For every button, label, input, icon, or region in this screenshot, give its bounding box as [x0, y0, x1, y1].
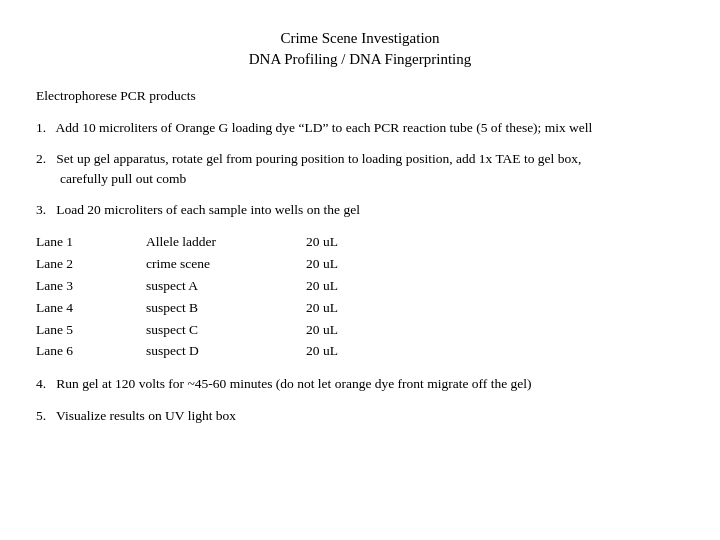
step-2: 2. Set up gel apparatus, rotate gel from…	[36, 149, 684, 188]
step-2-text: Set up gel apparatus, rotate gel from po…	[56, 151, 581, 166]
step-1-number: 1.	[36, 120, 46, 135]
step-4-text: Run gel at 120 volts for ~45-60 minutes …	[56, 376, 531, 391]
lane-volume: 20 uL	[306, 298, 386, 319]
title-line-1: Crime Scene Investigation	[36, 28, 684, 49]
title-block: Crime Scene Investigation DNA Profiling …	[36, 28, 684, 70]
step-5: 5. Visualize results on UV light box	[36, 406, 684, 426]
lane-sample: suspect C	[146, 320, 306, 341]
lanes-table: Lane 1Allele ladder20 uLLane 2crime scen…	[36, 232, 684, 363]
lane-volume: 20 uL	[306, 276, 386, 297]
lanes-section: Lane 1Allele ladder20 uLLane 2crime scen…	[36, 232, 684, 363]
lane-sample: suspect D	[146, 341, 306, 362]
step-2-number: 2.	[36, 151, 46, 166]
step-2-continuation: carefully pull out comb	[36, 171, 186, 186]
intro-text: Electrophorese PCR products	[36, 86, 684, 106]
lane-volume: 20 uL	[306, 320, 386, 341]
lane-label: Lane 4	[36, 298, 146, 319]
step-5-number: 5.	[36, 408, 46, 423]
lane-label: Lane 3	[36, 276, 146, 297]
lane-label: Lane 6	[36, 341, 146, 362]
page: Crime Scene Investigation DNA Profiling …	[0, 0, 720, 540]
lane-volume: 20 uL	[306, 254, 386, 275]
step-5-text: Visualize results on UV light box	[56, 408, 236, 423]
lane-label: Lane 2	[36, 254, 146, 275]
lane-sample: Allele ladder	[146, 232, 306, 253]
lane-sample: suspect B	[146, 298, 306, 319]
step-4: 4. Run gel at 120 volts for ~45-60 minut…	[36, 374, 684, 394]
step-3-number: 3.	[36, 202, 46, 217]
step-1-text: Add 10 microliters of Orange G loading d…	[56, 120, 593, 135]
lane-volume: 20 uL	[306, 232, 386, 253]
step-1: 1. Add 10 microliters of Orange G loadin…	[36, 118, 684, 138]
title-line-2: DNA Profiling / DNA Fingerprinting	[36, 49, 684, 70]
step-4-number: 4.	[36, 376, 46, 391]
lane-sample: suspect A	[146, 276, 306, 297]
lane-label: Lane 5	[36, 320, 146, 341]
lane-sample: crime scene	[146, 254, 306, 275]
step-3-text: Load 20 microliters of each sample into …	[56, 202, 360, 217]
lane-label: Lane 1	[36, 232, 146, 253]
lane-volume: 20 uL	[306, 341, 386, 362]
step-3: 3. Load 20 microliters of each sample in…	[36, 200, 684, 220]
